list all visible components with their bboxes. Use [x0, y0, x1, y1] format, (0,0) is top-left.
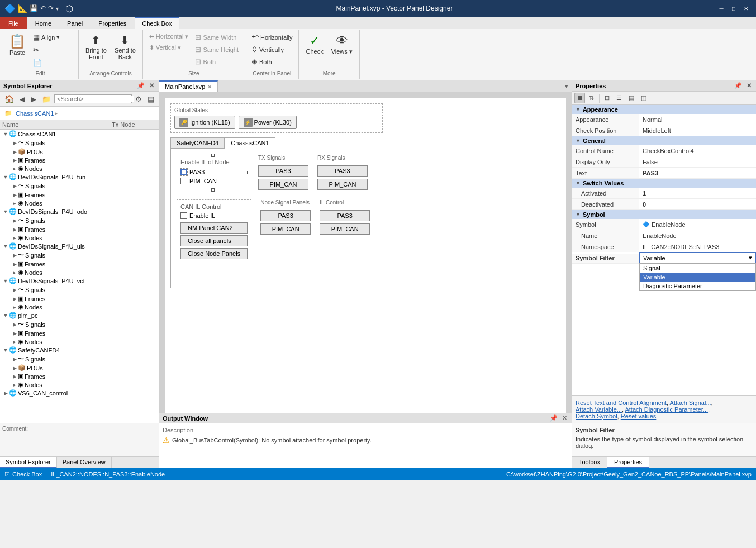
val-control-name[interactable]: CheckBoxControl4	[639, 145, 756, 156]
nsp-pas3-btn[interactable]: PAS3	[260, 210, 311, 221]
val-activated[interactable]: 1	[639, 188, 756, 198]
section-symbol[interactable]: ▼ Symbol	[572, 210, 756, 219]
quick-access-undo[interactable]: ↶	[40, 4, 46, 12]
tx-pas3-btn[interactable]: PAS3	[258, 165, 308, 177]
section-switch-values[interactable]: ▼ Switch Values	[572, 179, 756, 188]
toggle-signals1[interactable]: ▶	[11, 140, 18, 146]
enable-il-checkbox[interactable]	[180, 212, 187, 219]
link-attach-signal[interactable]: Attach Signal...	[670, 399, 711, 406]
copy-button[interactable]: 📄	[30, 57, 75, 69]
paste-button[interactable]: 📋 Paste	[6, 31, 29, 58]
tab-home[interactable]: Home	[28, 17, 59, 29]
tree-item-signals-4[interactable]: ▶ 〜 Signals	[0, 250, 159, 260]
nm-panel-can2-btn[interactable]: NM Panel CAN2	[180, 222, 248, 234]
filter-option-signal[interactable]: Signal	[640, 264, 755, 273]
tree-item-nodes-4[interactable]: ▸ ◉ Nodes	[0, 268, 159, 277]
toggle-signals3[interactable]: ▶	[11, 218, 18, 223]
output-close-icon[interactable]: ✕	[561, 414, 568, 422]
val-text[interactable]: PAS3	[639, 168, 756, 178]
ignition-btn[interactable]: 🔑 Ignition (KL15)	[174, 116, 235, 129]
rx-pimcan-btn[interactable]: PIM_CAN	[317, 179, 368, 190]
tree-item-signals-2[interactable]: ▶ 〜 Signals	[0, 181, 159, 190]
toggle-nodes2[interactable]: ▸	[11, 201, 18, 206]
link-attach-variable[interactable]: Attach Variable...	[576, 406, 622, 413]
minimize-btn[interactable]: ─	[716, 4, 727, 12]
tree-item-frames-3[interactable]: ▶ ▣ Frames	[0, 225, 159, 234]
tx-pimcan-btn[interactable]: PIM_CAN	[258, 179, 308, 190]
toggle-frames2[interactable]: ▶	[11, 192, 18, 198]
tree-item-nodes-7[interactable]: ▸ ◉ Nodes	[0, 380, 159, 389]
toggle-nodes5[interactable]: ▸	[11, 304, 18, 310]
tree-item-frames-7[interactable]: ▶ ▣ Frames	[0, 372, 159, 380]
props-table-icon[interactable]: ⊞	[602, 93, 612, 103]
tree-item-nodes-3[interactable]: ▸ ◉ Nodes	[0, 234, 159, 242]
explorer-back-icon[interactable]: ◀	[17, 93, 27, 105]
send-back-button[interactable]: ⬇ Send to Back	[111, 31, 139, 63]
toggle-frames1[interactable]: ▶	[11, 158, 18, 163]
props-tab-toolbox[interactable]: Toolbox	[572, 457, 607, 468]
output-pin-icon[interactable]: 📌	[549, 414, 559, 422]
section-appearance[interactable]: ▼ Appearance	[572, 105, 756, 114]
tree-item-signals-3[interactable]: ▶ 〜 Signals	[0, 216, 159, 225]
props-alpha-icon[interactable]: ⇅	[586, 93, 597, 103]
link-reset-text[interactable]: Reset Text and Control Alignment	[576, 399, 667, 406]
tree-item-safetycanfd4[interactable]: ▼ 🌐 SafetyCANFD4	[0, 346, 159, 354]
toggle-devsignals-fun[interactable]: ▼	[2, 174, 9, 180]
explorer-forward-icon[interactable]: ▶	[28, 93, 39, 105]
toggle-frames5[interactable]: ▶	[11, 296, 18, 302]
val-symbol[interactable]: 🔷 EnableNode	[639, 219, 756, 230]
doc-tab-close-icon[interactable]: ✕	[207, 84, 212, 90]
close-all-panels-btn[interactable]: Close all panels	[180, 235, 248, 246]
tree-item-nodes-2[interactable]: ▸ ◉ Nodes	[0, 199, 159, 207]
filter-option-variable[interactable]: Variable	[640, 273, 755, 282]
tree-item-frames-6[interactable]: ▶ ▣ Frames	[0, 329, 159, 337]
link-attach-diagnostic[interactable]: Attach Diagnostic Parameter...	[625, 406, 708, 413]
quick-access-save[interactable]: 💾	[30, 4, 38, 12]
search-input[interactable]	[57, 96, 134, 102]
close-node-panels-btn[interactable]: Close Node Panels	[180, 248, 248, 259]
quick-access-redo[interactable]: ↷	[48, 4, 54, 12]
nsp-pimcan-btn[interactable]: PIM_CAN	[260, 223, 311, 235]
toggle-signals6[interactable]: ▶	[11, 322, 18, 327]
link-reset-values[interactable]: Reset values	[621, 413, 657, 420]
tree-item-frames-2[interactable]: ▶ ▣ Frames	[0, 190, 159, 199]
tab-checkbox[interactable]: Check Box	[135, 17, 179, 30]
horizontally-button[interactable]: ⬿ Horizontally	[249, 31, 295, 43]
resize-handle-top[interactable]	[211, 154, 215, 157]
toggle-nodes6[interactable]: ▸	[11, 339, 18, 345]
tree-item-vs6-can[interactable]: ▶ 🌐 VS6_CAN_control	[0, 389, 159, 397]
toggle-devsignals-uls[interactable]: ▼	[2, 244, 9, 249]
resize-handle-right[interactable]	[247, 171, 250, 174]
tree-item-chassiscan1[interactable]: ▼ 🌐 ChassisCAN1	[0, 130, 159, 138]
tab-chassiscan1[interactable]: ChassisCAN1	[225, 137, 275, 149]
canvas-area[interactable]: Global States 🔑 Ignition (KL15) ⚡ Power …	[159, 92, 572, 413]
explorer-settings-icon[interactable]: ⚙	[133, 93, 144, 105]
val-deactivated[interactable]: 0	[639, 199, 756, 209]
toggle-nodes3[interactable]: ▸	[11, 235, 18, 241]
toggle-safetycanfd4[interactable]: ▼	[2, 347, 9, 353]
tree-item-pim-pc[interactable]: ▼ 🌐 pim_pc	[0, 311, 159, 320]
toggle-nodes4[interactable]: ▸	[11, 270, 18, 275]
tab-safetycanfd4[interactable]: SafetyCANFD4	[170, 137, 225, 149]
toggle-nodes7[interactable]: ▸	[11, 382, 18, 388]
il-pimcan-btn[interactable]: PIM_CAN	[320, 223, 370, 235]
tree-item-pdus-1[interactable]: ▶ 📦 PDUs	[0, 147, 159, 156]
breadcrumb-item[interactable]: ChassisCAN1 ▸	[16, 110, 58, 117]
tree-item-devsignals-fun[interactable]: ▼ 🌐 DevIDsSignals_P4U_fun	[0, 173, 159, 181]
section-general[interactable]: ▼ General	[572, 136, 756, 145]
maximize-btn[interactable]: □	[728, 4, 739, 12]
tree-item-nodes-6[interactable]: ▸ ◉ Nodes	[0, 337, 159, 346]
horizontal-button[interactable]: ⬌ Horizontal ▾	[146, 31, 192, 42]
tree-item-signals-7[interactable]: ▶ 〜 Signals	[0, 354, 159, 364]
tree-item-pdus-7[interactable]: ▶ 📦 PDUs	[0, 364, 159, 372]
toggle-frames3[interactable]: ▶	[11, 227, 18, 232]
center-both-button[interactable]: ⊕ Both	[249, 56, 295, 68]
tree-item-devsignals-vct[interactable]: ▼ 🌐 DevIDsSignals_P4U_vct	[0, 277, 159, 285]
tree-item-signals-5[interactable]: ▶ 〜 Signals	[0, 285, 159, 294]
val-check-position[interactable]: MiddleLeft	[639, 125, 756, 136]
vertically-button[interactable]: ⇳ Vertically	[249, 44, 295, 55]
views-button[interactable]: 👁 Views ▾	[328, 31, 356, 58]
tree-item-frames-5[interactable]: ▶ ▣ Frames	[0, 294, 159, 303]
check-button[interactable]: ✓ Check	[302, 31, 326, 57]
vertical-button[interactable]: ⬍ Vertical ▾	[146, 42, 192, 53]
